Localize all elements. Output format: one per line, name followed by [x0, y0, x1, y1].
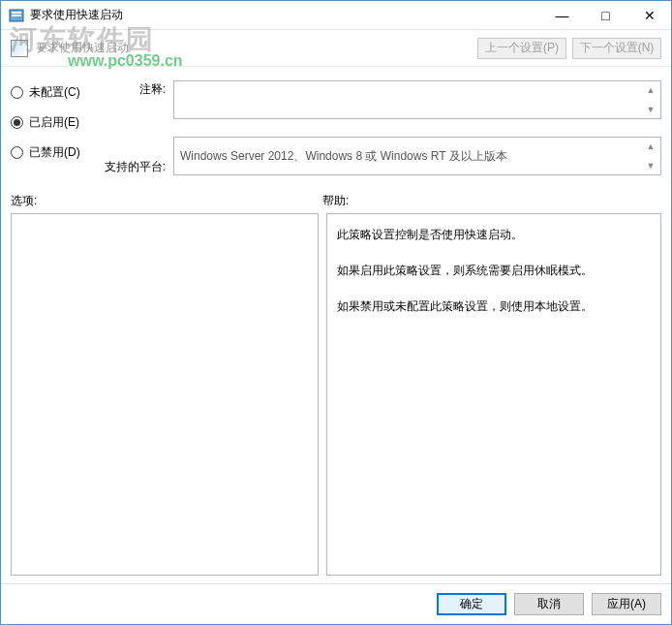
radio-icon — [11, 146, 23, 159]
options-panel[interactable] — [11, 213, 319, 576]
platform-value: Windows Server 2012、Windows 8 或 Windows … — [180, 148, 507, 165]
minimize-button[interactable]: — — [540, 1, 584, 29]
comment-textbox[interactable]: ▲ ▼ — [173, 80, 661, 119]
cancel-button[interactable]: 取消 — [514, 593, 584, 615]
app-icon — [9, 8, 24, 23]
radio-label: 已禁用(D) — [29, 144, 80, 161]
maximize-button[interactable]: □ — [584, 1, 627, 29]
subheader: 要求使用快速启动 上一个设置(P) 下一个设置(N) — [1, 30, 671, 67]
dialog-body: 未配置(C) 已启用(E) 已禁用(D) 注释: 支持的平台: ▲ — [1, 67, 671, 583]
section-labels: 选项: 帮助: — [11, 193, 661, 209]
scroll-down-icon[interactable]: ▼ — [643, 159, 658, 172]
radio-label: 未配置(C) — [29, 84, 80, 101]
options-label: 选项: — [11, 193, 322, 209]
radio-disabled[interactable]: 已禁用(D) — [11, 144, 98, 161]
comment-label: 注释: — [98, 80, 166, 98]
titlebar: 要求使用快速启动 — □ ✕ — [1, 1, 671, 30]
top-row: 未配置(C) 已启用(E) 已禁用(D) 注释: 支持的平台: ▲ — [11, 80, 661, 175]
panels: 此策略设置控制是否使用快速启动。 如果启用此策略设置，则系统需要启用休眠模式。 … — [11, 213, 661, 576]
window-controls: — □ ✕ — [540, 1, 671, 29]
policy-icon — [11, 40, 28, 57]
radio-label: 已启用(E) — [29, 114, 79, 131]
radio-enabled[interactable]: 已启用(E) — [11, 114, 98, 131]
help-text-line: 此策略设置控制是否使用快速启动。 — [337, 224, 651, 246]
scroll-up-icon[interactable]: ▲ — [643, 83, 658, 97]
prev-setting-button[interactable]: 上一个设置(P) — [477, 38, 566, 59]
help-text-line: 如果禁用或未配置此策略设置，则使用本地设置。 — [337, 296, 651, 318]
svg-rect-2 — [12, 15, 21, 16]
scroll-up-icon[interactable]: ▲ — [643, 140, 658, 153]
platform-textbox: Windows Server 2012、Windows 8 或 Windows … — [173, 137, 661, 175]
help-panel: 此策略设置控制是否使用快速启动。 如果启用此策略设置，则系统需要启用休眠模式。 … — [326, 213, 661, 576]
radio-group: 未配置(C) 已启用(E) 已禁用(D) — [11, 80, 98, 175]
platform-label: 支持的平台: — [98, 158, 166, 175]
ok-button[interactable]: 确定 — [437, 593, 506, 615]
radio-not-configured[interactable]: 未配置(C) — [11, 84, 98, 101]
close-button[interactable]: ✕ — [627, 1, 671, 29]
help-label: 帮助: — [322, 193, 349, 209]
apply-button[interactable]: 应用(A) — [592, 593, 661, 615]
window-title: 要求使用快速启动 — [30, 7, 540, 23]
scroll-down-icon[interactable]: ▼ — [643, 103, 658, 116]
policy-title: 要求使用快速启动 — [36, 40, 472, 56]
radio-icon — [11, 86, 23, 99]
svg-rect-1 — [12, 12, 21, 14]
dialog-window: 要求使用快速启动 — □ ✕ 河东软件园 www.pc0359.cn 要求使用快… — [0, 0, 672, 625]
field-labels: 注释: 支持的平台: — [98, 80, 173, 175]
radio-icon — [11, 116, 23, 129]
help-text-line: 如果启用此策略设置，则系统需要启用休眠模式。 — [337, 260, 651, 282]
next-setting-button[interactable]: 下一个设置(N) — [572, 38, 661, 59]
footer: 确定 取消 应用(A) — [1, 583, 671, 624]
